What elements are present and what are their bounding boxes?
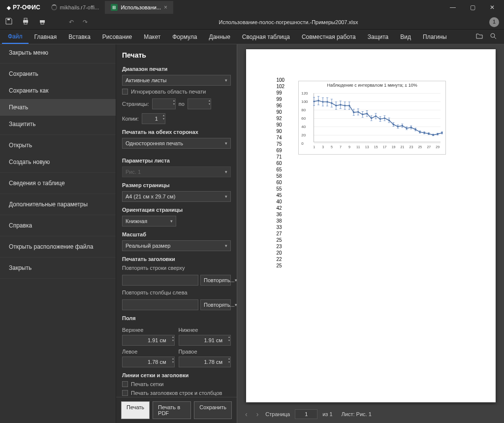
svg-rect-111 <box>423 132 425 134</box>
page-of: из 1 <box>322 411 332 417</box>
print-grid-checkbox[interactable]: Печать сетки <box>122 381 231 387</box>
panel-buttons: Печать Печать в PDF Сохранить <box>116 397 237 423</box>
close-icon[interactable]: × <box>164 4 167 11</box>
page-label: Страница <box>265 411 290 417</box>
svg-point-6 <box>491 33 495 37</box>
sidebar-print[interactable]: Печать <box>0 99 116 116</box>
checkbox-icon <box>122 381 128 387</box>
print-pdf-button[interactable]: Печать в PDF <box>153 401 191 419</box>
menu-collab[interactable]: Совместная работа <box>296 31 362 43</box>
print-settings-panel: Печать Диапазон печати Активные листы Иг… <box>116 44 237 423</box>
pages-label: Страницы: <box>122 101 149 107</box>
ignore-print-area-checkbox[interactable]: Игнорировать область печати <box>122 89 231 95</box>
repeat-rows-label: Повторять строки сверху <box>122 265 231 271</box>
duplex-select[interactable]: Односторонняя печать <box>122 138 231 149</box>
repeat-cols-label: Повторять столбцы слева <box>122 290 231 295</box>
print-range-select[interactable]: Активные листы <box>122 75 231 86</box>
menu-data[interactable]: Данные <box>203 31 236 43</box>
quick-print-icon[interactable] <box>38 17 46 27</box>
next-page-button[interactable]: › <box>254 408 261 420</box>
print-icon[interactable] <box>22 17 30 27</box>
repeat-cols-input[interactable] <box>122 299 198 310</box>
menu-protect[interactable]: Защита <box>362 31 395 43</box>
duplex-label: Печатать на обеих сторонах <box>122 129 231 135</box>
margins-label: Поля <box>122 315 231 321</box>
sidebar-help[interactable]: Справка <box>0 217 116 234</box>
repeat-cols-select[interactable]: Повторять... <box>200 299 231 310</box>
print-headers-checkbox[interactable]: Печать заголовков строк и столбцов <box>122 390 231 396</box>
repeat-rows-select[interactable]: Повторять... <box>200 275 231 286</box>
sidebar-save-as[interactable]: Сохранить как <box>0 82 116 99</box>
repeat-rows-input[interactable] <box>122 275 198 286</box>
chart-title: Наблюдение с интервалом 1 минута; ± 10% <box>299 81 445 89</box>
margin-top-input[interactable] <box>122 335 175 346</box>
loading-icon <box>51 4 57 10</box>
copies-label: Копии: <box>122 116 139 122</box>
menu-draw[interactable]: Рисование <box>96 31 138 43</box>
pages-to-input[interactable] <box>188 98 211 109</box>
page-number-input[interactable] <box>295 409 317 419</box>
sidebar-save[interactable]: Сохранить <box>0 65 116 82</box>
sheet-select[interactable]: Рис. 1 <box>122 166 231 177</box>
sidebar-close-menu[interactable]: Закрыть меню <box>0 44 116 61</box>
svg-rect-19 <box>322 101 324 103</box>
save-settings-button[interactable]: Сохранить <box>194 401 232 419</box>
margin-left-input[interactable] <box>122 357 175 367</box>
data-column: 1001029999969092909074756971606558605545… <box>277 77 285 269</box>
titlebar: Р7-ОФИС mikhails.r7-offi... ⊞ Использова… <box>0 0 504 15</box>
chart: Наблюдение с интервалом 1 минута; ± 10% … <box>298 81 446 155</box>
page-size-select[interactable]: A4 (21 см x 29.7 см) <box>122 191 231 202</box>
menu-view[interactable]: Вид <box>394 31 417 43</box>
print-button[interactable]: Печать <box>121 401 150 419</box>
margin-bottom-input[interactable] <box>179 335 231 346</box>
menu-pivot[interactable]: Сводная таблица <box>236 31 296 43</box>
document-title: Использование-полос-погрешности.-Примеры… <box>96 19 480 25</box>
menu-formula[interactable]: Формула <box>166 31 203 43</box>
prev-page-button[interactable]: ‹ <box>243 408 250 420</box>
preview-page: 1001029999969092909074756971606558605545… <box>246 49 496 402</box>
browser-tab-2[interactable]: ⊞ Использовани... × <box>105 1 173 14</box>
copies-input[interactable] <box>142 113 165 124</box>
print-preview: 1001029999969092909074756971606558605545… <box>237 44 504 423</box>
sheet-params-label: Параметры листа <box>122 158 231 163</box>
spreadsheet-icon: ⊞ <box>111 4 118 11</box>
menu-insert[interactable]: Вставка <box>63 31 96 43</box>
sidebar-close[interactable]: Закрыть <box>0 260 116 276</box>
menu-layout[interactable]: Макет <box>138 31 166 43</box>
search-icon[interactable] <box>489 32 497 41</box>
sidebar-open[interactable]: Открыть <box>0 137 116 154</box>
pages-from-input[interactable] <box>152 98 176 109</box>
sidebar-open-location[interactable]: Открыть расположение файла <box>0 238 116 255</box>
pages-to-label: по <box>179 101 185 107</box>
user-avatar[interactable]: 1 <box>489 17 499 27</box>
checkbox-icon <box>122 89 128 95</box>
file-sidebar: Закрыть меню Сохранить Сохранить как Печ… <box>0 44 116 423</box>
margin-left-label: Левое <box>122 349 175 355</box>
margin-right-label: Правое <box>179 349 231 355</box>
margin-right-input[interactable] <box>179 357 231 367</box>
svg-rect-39 <box>344 104 346 106</box>
sidebar-new[interactable]: Создать новую <box>0 154 116 170</box>
maximize-button[interactable]: ▢ <box>463 0 482 15</box>
orientation-select[interactable]: Книжная <box>122 216 176 227</box>
preview-footer: ‹ › Страница из 1 Лист: Рис. 1 <box>237 405 504 423</box>
margin-bottom-label: Нижнее <box>179 327 231 333</box>
open-folder-icon[interactable] <box>475 32 483 41</box>
menu-plugins[interactable]: Плагины <box>417 31 453 43</box>
sidebar-protect[interactable]: Защитить <box>0 116 116 132</box>
menu-file[interactable]: Файл <box>2 30 29 44</box>
svg-rect-2 <box>24 18 27 20</box>
scale-select[interactable]: Реальный размер <box>122 240 231 251</box>
sidebar-info[interactable]: Сведения о таблице <box>0 175 116 192</box>
menu-home[interactable]: Главная <box>29 31 63 43</box>
sidebar-advanced[interactable]: Дополнительные параметры <box>0 196 116 213</box>
close-button[interactable]: ✕ <box>482 0 502 15</box>
undo-icon[interactable]: ↶ <box>69 19 74 26</box>
minimize-button[interactable]: — <box>443 0 463 15</box>
browser-tab-1[interactable]: mikhails.r7-offi... <box>45 1 105 13</box>
save-icon[interactable] <box>5 17 13 27</box>
range-label: Диапазон печати <box>122 66 231 72</box>
grid-headings-label: Линии сетки и заголовки <box>122 372 231 378</box>
redo-icon[interactable]: ↷ <box>83 19 88 26</box>
tab-title: mikhails.r7-offi... <box>60 4 99 10</box>
